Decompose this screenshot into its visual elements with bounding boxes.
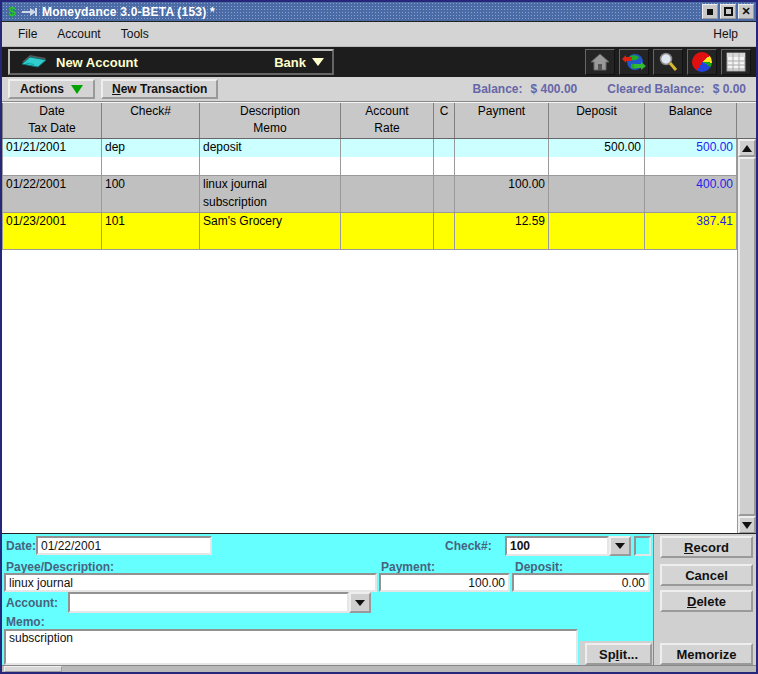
menu-file[interactable]: File — [8, 24, 47, 44]
cell-payment — [455, 139, 549, 157]
moneydance-window: $ Moneydance 3.0-BETA (153) * ✕ File Acc… — [0, 0, 758, 674]
transaction-register: Date Check# Description Account C Paymen… — [2, 101, 756, 533]
cell-deposit: 500.00 — [549, 139, 645, 157]
globe-arrows-icon — [622, 52, 646, 72]
search-icon — [658, 52, 678, 72]
scroll-down-button[interactable] — [738, 516, 756, 534]
actions-button-label: Actions — [20, 82, 64, 96]
cancel-button[interactable]: Cancel — [660, 564, 753, 586]
menu-help[interactable]: Help — [703, 24, 748, 44]
cell-date: 01/22/2001 — [2, 176, 102, 194]
delete-button[interactable]: Delete — [660, 590, 753, 612]
window-controls: ✕ — [702, 4, 754, 19]
maximize-button[interactable] — [720, 4, 736, 19]
account-selector[interactable]: New Account Bank — [8, 49, 334, 75]
header-payment: Payment — [455, 103, 549, 120]
date-label: Date: — [6, 539, 36, 553]
balance-label: Balance: — [472, 82, 522, 96]
payee-input[interactable] — [4, 573, 377, 592]
horizontal-scrollbar-thumb[interactable] — [4, 666, 62, 672]
search-button[interactable] — [653, 49, 683, 75]
moneydance-logo-icon: $ — [4, 4, 20, 20]
date-input[interactable] — [36, 536, 212, 555]
vertical-scrollbar[interactable] — [737, 139, 755, 534]
cell-balance: 387.41 — [645, 213, 737, 231]
split-button[interactable]: Split... — [585, 643, 652, 665]
memorize-button[interactable]: Memorize — [660, 643, 753, 665]
payment-label: Payment: — [381, 560, 435, 574]
cell-description: linux journal — [200, 176, 341, 194]
cell-check: 101 — [102, 213, 200, 231]
check-number-input[interactable] — [505, 536, 609, 556]
payee-label: Payee/Description: — [6, 560, 114, 574]
account-input[interactable] — [68, 592, 349, 613]
cell-balance: 500.00 — [645, 139, 737, 157]
cleared-balance-value: $ 0.00 — [713, 82, 746, 96]
cell-check: dep — [102, 139, 200, 157]
check-number-dropdown-button[interactable] — [609, 536, 631, 556]
reports-button[interactable] — [687, 49, 717, 75]
scroll-up-button[interactable] — [738, 139, 756, 157]
cell-balance: 400.00 — [645, 176, 737, 194]
arrow-down-icon — [742, 522, 752, 529]
transaction-edit-form: Date: Check#: Payee/Description: Payment… — [2, 533, 756, 665]
chevron-down-icon — [312, 58, 324, 66]
cell-memo: subscription — [200, 194, 341, 212]
spreadsheet-icon — [726, 52, 746, 72]
check-number-label: Check#: — [445, 539, 492, 553]
transaction-row[interactable]: 01/21/2001 dep deposit 500.00 500.00 — [2, 139, 756, 175]
header-date: Date — [2, 103, 102, 120]
header-account: Account — [341, 103, 434, 120]
window-menu-pin-icon[interactable] — [22, 7, 38, 17]
memo-textarea[interactable]: subscription — [4, 629, 578, 665]
cell-deposit — [549, 213, 645, 231]
transaction-row-highlighted[interactable]: 01/23/2001 101 Sam's Grocery 12.59 387.4… — [2, 212, 756, 249]
cell-payment: 12.59 — [455, 213, 549, 231]
window-title: Moneydance 3.0-BETA (153) * — [42, 5, 215, 19]
cell-check: 100 — [102, 176, 200, 194]
minimize-icon — [707, 9, 713, 15]
deposit-input[interactable] — [512, 573, 650, 592]
horizontal-scrollbar[interactable] — [2, 665, 756, 672]
minimize-button[interactable] — [702, 4, 718, 19]
cell-date: 01/21/2001 — [2, 139, 102, 157]
new-transaction-button[interactable]: New Transaction — [101, 79, 218, 99]
close-icon: ✕ — [741, 6, 750, 17]
form-button-panel: Record Cancel Delete Memorize — [653, 534, 756, 666]
cell-description: Sam's Grocery — [200, 213, 341, 231]
cell-deposit — [549, 176, 645, 194]
cell-memo — [200, 231, 341, 249]
memo-label: Memo: — [6, 615, 45, 629]
menu-tools[interactable]: Tools — [111, 24, 159, 44]
online-button[interactable] — [619, 49, 649, 75]
actions-button[interactable]: Actions — [8, 79, 95, 99]
payment-input[interactable] — [379, 573, 510, 592]
cell-date: 01/23/2001 — [2, 213, 102, 231]
menu-account[interactable]: Account — [47, 24, 110, 44]
account-selector-label: New Account — [56, 55, 138, 70]
cell-description: deposit — [200, 139, 341, 157]
header-tax-date: Tax Date — [2, 120, 102, 138]
transaction-row-selected[interactable]: 01/22/2001 100 linux journal 100.00 400.… — [2, 175, 756, 212]
close-button[interactable]: ✕ — [738, 4, 754, 19]
chevron-down-icon — [615, 543, 625, 549]
menubar: File Account Tools Help — [2, 22, 756, 47]
header-cleared: C — [434, 103, 455, 120]
checkbook-icon — [20, 52, 48, 72]
account-dropdown-button[interactable] — [349, 592, 371, 613]
header-balance: Balance — [645, 103, 737, 120]
home-button[interactable] — [585, 49, 615, 75]
deposit-label: Deposit: — [515, 560, 563, 574]
cleared-status-box[interactable] — [634, 536, 651, 556]
header-check: Check# — [102, 103, 200, 120]
scrollbar-thumb[interactable] — [738, 157, 756, 516]
record-button[interactable]: Record — [660, 536, 753, 558]
balance-summary: Balance: $ 400.00 Cleared Balance: $ 0.0… — [472, 82, 746, 96]
register-header: Date Check# Description Account C Paymen… — [2, 102, 756, 139]
cleared-balance-label: Cleared Balance: — [607, 82, 704, 96]
calculator-button[interactable] — [721, 49, 751, 75]
balance-value: $ 400.00 — [531, 82, 578, 96]
chevron-down-icon — [355, 600, 365, 606]
titlebar[interactable]: $ Moneydance 3.0-BETA (153) * ✕ — [2, 2, 756, 22]
toolbar-icon-buttons — [585, 49, 751, 75]
